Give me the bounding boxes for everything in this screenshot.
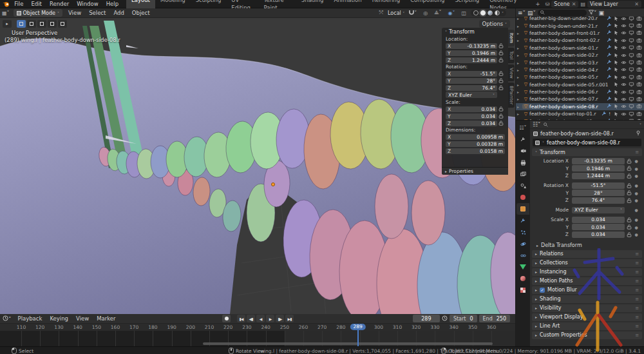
pin-icon[interactable] [636,130,641,137]
viewport-disable-icon[interactable] [629,30,634,35]
selectable-toggle-icon[interactable] [614,112,619,117]
disclosure-icon[interactable]: ▸ [517,53,522,57]
scene-selector[interactable]: Scene ✕ [551,1,578,8]
value-field[interactable]: Z0.0158 m [446,148,505,154]
object-name-field[interactable]: ˅ feather-body-down-side-08.r [533,139,641,146]
outliner-row[interactable]: ▸▽feather-body-down-side-02.r [516,52,644,59]
selectable-toggle-icon[interactable] [614,45,619,50]
viewport-menu-select[interactable]: Select [85,9,109,17]
current-frame-field[interactable]: 289 [413,315,440,322]
properties-tab-texture[interactable] [516,284,529,296]
auto-key-record-button[interactable] [222,315,231,322]
lock-icon[interactable] [625,190,633,195]
animate-dot[interactable]: ● [633,217,639,222]
render-disable-icon[interactable] [636,30,642,35]
disclosure-icon[interactable]: ▸ [517,97,522,101]
section-shading[interactable]: ▸Shading≡ [532,295,642,303]
selectable-toggle-icon[interactable] [614,90,619,95]
properties-tab-object[interactable] [516,203,529,215]
lock-icon[interactable] [497,57,505,63]
properties-tab-output[interactable] [516,157,529,168]
properties-tab-modifiers[interactable] [516,215,529,226]
selectable-toggle-icon[interactable] [614,104,619,109]
outliner-row[interactable]: ▸▽feather-body-down-side-07.r [516,95,644,103]
lock-icon[interactable] [625,198,633,203]
viewport-menu-view[interactable]: View [64,9,85,17]
property-value-field[interactable]: 28° [572,190,625,196]
outliner-row[interactable]: ▸▽feather-body-down-side-08.r [516,103,644,110]
feather-object[interactable] [412,181,445,245]
remove-view-layer-icon[interactable]: ✕ [634,1,639,7]
overlays-toggle-icon[interactable]: ◉˅ [446,10,457,16]
feather-object[interactable] [375,174,408,239]
prev-keyframe-button[interactable]: ◀▮ [247,315,255,322]
lock-icon[interactable] [625,183,633,188]
viewport-disable-icon[interactable] [629,23,634,28]
menu-window[interactable]: Window [73,0,102,8]
outliner-display-mode-icon[interactable]: ▤˅ [527,10,536,16]
lock-icon[interactable] [497,113,505,119]
disclosure-icon[interactable]: ▸ [517,90,522,94]
viewport-disable-icon[interactable] [629,104,634,109]
animate-dot[interactable]: ● [633,183,639,188]
lock-icon[interactable] [625,217,633,222]
rendered-shading-icon[interactable] [495,10,500,15]
lock-icon[interactable] [497,43,505,48]
section-instancing[interactable]: ▸Instancing≡ [532,268,642,276]
value-field[interactable]: X-51.5° [446,71,497,77]
frame-end-field[interactable]: End250 [479,315,510,322]
render-disable-icon[interactable] [636,82,642,87]
next-keyframe-button[interactable]: ▮▶ [276,315,284,322]
properties-tab-render[interactable] [516,145,529,157]
npanel-tab-item[interactable]: Item [508,30,515,46]
lock-icon[interactable] [625,232,633,237]
toolbar-expand-button[interactable]: ▸ [3,20,12,28]
value-field[interactable]: X0.00958 m [446,134,505,140]
viewport-menu-object[interactable]: Object [128,9,154,17]
view-layer-selector[interactable]: View Layer ✕ [587,1,641,8]
mode-selector[interactable]: Object Mode˅ [14,9,62,17]
delta-transform-section[interactable]: ▸Delta Transform [536,242,642,249]
lock-icon[interactable] [625,224,633,230]
render-disable-icon[interactable] [636,45,642,50]
viewport-disable-icon[interactable] [629,75,634,80]
hide-toggle-icon[interactable] [621,112,627,117]
property-value-field[interactable]: 1.2444 m [572,173,625,179]
render-disable-icon[interactable] [636,23,642,28]
npanel-properties-header[interactable]: ▸Properties [442,167,508,175]
options-dropdown[interactable]: Options ˅ [479,20,511,28]
disclosure-icon[interactable]: ▸ [517,38,522,43]
value-field[interactable]: Z0.034 [446,121,497,126]
playhead-frame-label[interactable]: 289 [350,324,366,330]
hide-toggle-icon[interactable] [621,75,627,80]
viewport-disable-icon[interactable] [629,112,634,117]
select-mode-extend-button[interactable] [27,20,36,28]
render-disable-icon[interactable] [636,67,642,72]
rotation-mode-dropdown[interactable]: XYZ Euler˅ [446,92,497,98]
timeline-editor[interactable]: ˅ PlaybackKeyingViewMarker ▮◀ ◀▮ ◀ ▶ ▮▶ … [0,314,515,346]
play-reverse-button[interactable]: ◀ [256,315,265,322]
selectable-toggle-icon[interactable] [614,75,619,80]
lock-icon[interactable] [497,71,505,76]
properties-tab-particles[interactable] [516,226,529,238]
new-collection-icon[interactable]: ▣ [599,10,605,16]
disclosure-icon[interactable]: ▸ [517,68,522,72]
hide-toggle-icon[interactable] [621,23,627,28]
render-disable-icon[interactable] [636,38,642,43]
auto-keying-clock-icon[interactable] [442,315,448,322]
value-field[interactable]: Z76.4° [446,85,497,91]
property-value-field[interactable]: -51.5° [572,182,625,189]
selectable-toggle-icon[interactable] [614,16,619,21]
property-value-field[interactable]: 0.034 [572,217,625,223]
selectable-toggle-icon[interactable] [614,97,619,102]
properties-tab-scene[interactable] [516,180,529,192]
properties-editor-type-icon[interactable]: ☷˅ [533,121,541,128]
menu-render[interactable]: Render [46,0,73,8]
hide-toggle-icon[interactable] [621,45,627,50]
add-workspace-button[interactable]: + [531,0,545,8]
disclosure-icon[interactable]: ▸ [517,83,522,87]
lock-icon[interactable] [497,85,505,90]
render-disable-icon[interactable] [636,90,642,95]
xray-toggle-icon[interactable]: ◫ [459,10,468,16]
disclosure-icon[interactable]: ▸ [517,24,522,28]
